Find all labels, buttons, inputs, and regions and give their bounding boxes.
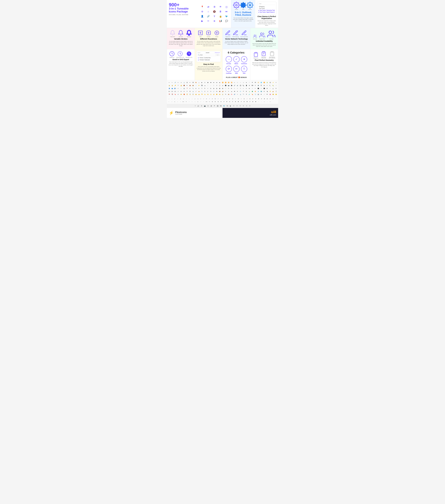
icon-plane: ✈ (224, 90, 227, 93)
brand-facebook: f (194, 105, 197, 107)
svg-point-11 (254, 35, 255, 36)
icon-record: ⏺ (209, 81, 212, 84)
icon-headphones: 🎧 (239, 84, 242, 87)
common-label: Common (241, 63, 247, 64)
icon-type-D: A (177, 90, 180, 93)
icon-medal: 🥇 (189, 93, 191, 96)
icon-route: ⇄ (206, 5, 210, 9)
icon-flip: ⇆ (248, 87, 251, 90)
result-combo-box: ◈ Forms / Combo Box (197, 57, 220, 59)
clipboard-original: Original Icon (253, 52, 259, 58)
x-circle-6: ✘ (225, 100, 228, 103)
icon-rows: ▦ (218, 87, 221, 90)
left-15: ⟵ (205, 100, 208, 103)
icon-person-check: ✔ (177, 87, 180, 90)
clock-original: Original Icon (169, 51, 175, 58)
icon-play: ▶ (200, 19, 204, 23)
icon-columns: ▥ (215, 87, 218, 90)
arr-x-1: ✗ (251, 97, 254, 100)
arr-x-8: ✗ (272, 97, 274, 100)
icon-ok: 👌 (209, 93, 212, 96)
flexicons-text-block: Flexicons FOR FIGMA (175, 111, 187, 115)
minus-2: - (260, 100, 263, 103)
left-14: ← (202, 100, 205, 103)
brand-eye6: 👁 (248, 105, 251, 107)
icon-type-C: [A] (174, 90, 177, 93)
arr-check-3: ✔ (205, 97, 208, 100)
grid-view-icon[interactable]: ⊞ (217, 54, 218, 55)
icon-euro: € (206, 90, 209, 93)
assets-tab[interactable]: Assets* (206, 52, 209, 53)
x-circle-3: ⊗ (217, 100, 220, 103)
icon-stethoscope: 🩺 (254, 93, 257, 96)
icon-thumb-up: 👍 (198, 93, 200, 96)
icon-code: ‹/› (266, 84, 268, 87)
icon-collapse: ⤡ (236, 87, 239, 90)
thin-stroke-label: 0.5dp Stroke (170, 36, 175, 37)
icon-award: 🏅 (192, 93, 194, 96)
icon-paste: 📋 (218, 84, 221, 87)
icon-clock2: 🕐 (278, 90, 278, 93)
icon-skip: ⏭ (225, 10, 229, 14)
icon-monitor: 🖥 (212, 5, 216, 9)
icon-shield: 🛡 (177, 84, 180, 87)
figma-assets-panel: Layers Assets* Flexicons ▾ 🔍 Form ✕ ⊞ ≡ … (196, 51, 221, 62)
unlimited-scalability-desc: Icons can be scaled to any size with def… (252, 43, 277, 47)
icon-trash: 🗑 (219, 10, 222, 14)
variable-strokes-title: Variable Strokes (168, 38, 193, 40)
panel-item-spellcheck: ◈ Text Tools / Spell Check 2 (258, 11, 275, 13)
arr-check-4: ✓ (208, 97, 211, 100)
brand-dribbble: ⚽ (216, 105, 219, 107)
icon-truck: 🚚 (221, 90, 224, 93)
search-clear[interactable]: ✕ (216, 54, 217, 55)
icon-cpu: 💻 (257, 84, 260, 87)
minus-5: — (269, 100, 272, 103)
brand-at: @ (210, 105, 213, 107)
icon-database: 🗄 (260, 84, 262, 87)
brand-pinterest: P (213, 105, 216, 107)
smooth-plus-icon (214, 30, 220, 36)
ui8-watermark-text: ui8 uil8.com (270, 110, 276, 116)
duotone-label: Duotone (248, 9, 252, 10)
common-circle-icon: ✦ (241, 56, 247, 62)
icon-type-G: ∀ (186, 90, 188, 93)
icon-pulse: 💓 (269, 93, 271, 96)
category-common: ✦ Common (241, 56, 247, 64)
icon-globe: 🌐 (260, 81, 262, 84)
icon-key: 🔑 (174, 84, 177, 87)
icon-palette: 🎨 (195, 81, 197, 84)
icon-server: 🖧 (263, 84, 265, 87)
arrows-circle-icon: → (226, 56, 232, 62)
icon-twitter: 🐦 (225, 14, 229, 18)
brand-vk: Vk (226, 105, 229, 107)
icon-speaker: 📢 (219, 19, 222, 23)
svg-point-0 (236, 4, 237, 6)
layers-tab[interactable]: Layers (197, 52, 200, 53)
orig-scale-label: Original Scale (260, 38, 265, 39)
x-star-4: ✗ (240, 100, 243, 103)
small-scale-icon (253, 34, 257, 38)
brand-eye3: 👁 (239, 105, 241, 107)
filled-gear-icon (240, 2, 247, 9)
unlimited-scalability-card: 0.5x Scale Original Scale 1.5x Scale (250, 28, 278, 49)
clock-outline-svg-label: Outlined part in SVG (176, 57, 184, 58)
icon-bag: 🛍 (215, 90, 218, 93)
left-2: ← (168, 100, 170, 103)
icon-bolt: ⚡ (272, 81, 274, 84)
icon-moon: ☾ (278, 81, 278, 84)
icon-navigation: ➤ (189, 87, 191, 90)
icon-plus-circle: ⊕ (212, 19, 216, 23)
icon-expand: ⤢ (233, 87, 236, 90)
icon-mail: ✉ (186, 84, 188, 87)
icon-map-pin: 📍 (186, 87, 188, 90)
panel-item-text-tools: ▫ Text Tools (258, 8, 275, 9)
icon-type-F: √A (183, 90, 185, 93)
icon-file: 📄 (195, 84, 197, 87)
sharp-plus-icon (197, 30, 203, 36)
brand-icons-row: f g+ G 📷 in @ P ⚽ Bē 🐦 Vk ▶ 👁 👁 👁 👁 👁 👁 (168, 105, 277, 107)
icon-fire: 🔥 (254, 90, 257, 93)
icon-light: 💡 (269, 90, 271, 93)
list-view-icon[interactable]: ≡ (218, 54, 219, 55)
figma-search-box[interactable]: 🔍 Form ✕ ⊞ ≡ (197, 54, 220, 56)
icon-trophy: 🏆 (186, 93, 188, 96)
